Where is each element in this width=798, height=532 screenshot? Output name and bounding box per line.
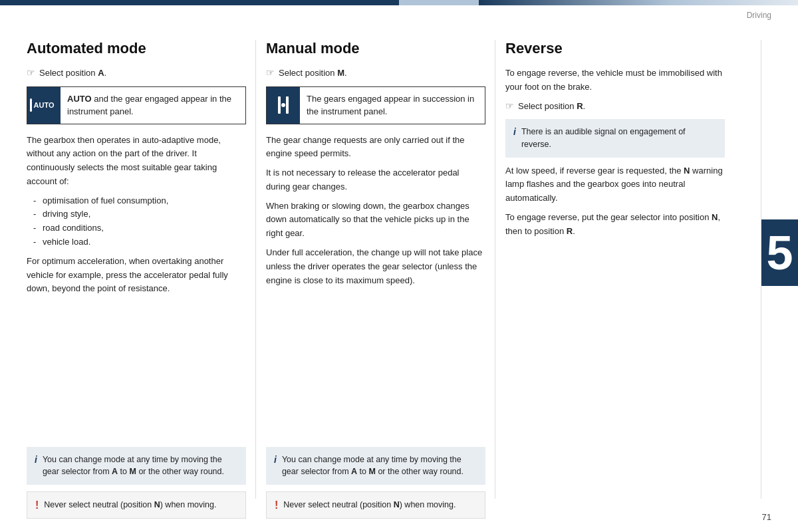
info-icon-auto: i xyxy=(35,454,37,465)
manual-warning-text: Never select neutral (position N) when m… xyxy=(283,499,456,511)
section-label: Driving xyxy=(747,11,771,20)
manual-select-text: Select position M. xyxy=(279,66,347,80)
manual-gear-text: The gears engaged appear in succession i… xyxy=(300,87,485,124)
bottom-manual-info-col: i You can change mode at any time by mov… xyxy=(266,440,505,519)
page-header: Driving xyxy=(0,5,798,20)
manual-info-text: You can change mode at any time by movin… xyxy=(282,454,477,479)
auto-list-item: road conditions, xyxy=(33,221,246,235)
warning-icon-auto: ! xyxy=(35,499,39,511)
info-icon-reverse: i xyxy=(513,126,516,137)
manual-body4: Under full acceleration, the change up w… xyxy=(266,246,485,287)
auto-body2: For optimum acceleration, when overtakin… xyxy=(27,255,246,296)
chapter-number: 5 xyxy=(761,219,798,286)
manual-body3: When braking or slowing down, the gearbo… xyxy=(266,200,485,241)
manual-mode-title: Manual mode xyxy=(266,40,485,57)
manual-body1: The gear change requests are only carrie… xyxy=(266,134,485,162)
bottom-boxes: i You can change mode at any time by mov… xyxy=(27,440,771,519)
reverse-body2: At low speed, if reverse gear is request… xyxy=(505,164,725,205)
reverse-select-position: ☞ Select position R. xyxy=(505,100,725,113)
top-bar xyxy=(0,0,798,5)
auto-list-item: vehicle load. xyxy=(33,235,246,249)
auto-list: optimisation of fuel consumption, drivin… xyxy=(27,194,246,249)
auto-info-text: You can change mode at any time by movin… xyxy=(43,454,238,479)
manual-gear-box: The gears engaged appear in succession i… xyxy=(266,86,485,124)
auto-list-item: optimisation of fuel consumption, xyxy=(33,194,246,208)
svg-point-2 xyxy=(281,103,285,107)
svg-rect-0 xyxy=(278,96,281,114)
main-content: Automated mode ☞ Select position A. AUTO… xyxy=(0,20,798,512)
auto-list-item: driving style, xyxy=(33,207,246,221)
automated-select-position: ☞ Select position A. xyxy=(27,66,246,80)
auto-badge-box: AUTO AUTO and the gear engaged appear in… xyxy=(27,86,246,124)
automated-mode-column: Automated mode ☞ Select position A. AUTO… xyxy=(27,40,266,499)
auto-warning-box: ! Never select neutral (position N) when… xyxy=(27,491,246,519)
reverse-info-box: i There is an audible signal on engageme… xyxy=(505,119,725,158)
bottom-reverse-col xyxy=(505,440,771,519)
pointer-icon-reverse: ☞ xyxy=(505,100,514,111)
info-icon-manual: i xyxy=(274,454,277,465)
automated-select-text: Select position A. xyxy=(39,66,106,80)
manual-body2: It is not necessary to release the accel… xyxy=(266,166,485,194)
manual-gear-icon xyxy=(267,87,300,124)
gear-indicator xyxy=(30,98,32,112)
auto-body1: The gearbox then operates in auto-adapti… xyxy=(27,134,246,189)
manual-info-box: i You can change mode at any time by mov… xyxy=(266,447,485,485)
manual-mode-column: Manual mode ☞ Select position M. The gea… xyxy=(266,40,505,499)
reverse-body1: To engage reverse, the vehicle must be i… xyxy=(505,66,725,94)
reverse-column: Reverse To engage reverse, the vehicle m… xyxy=(505,40,771,499)
auto-box-text: AUTO and the gear engaged appear in the … xyxy=(61,87,245,124)
svg-rect-1 xyxy=(286,96,289,114)
manual-select-position: ☞ Select position M. xyxy=(266,66,485,80)
auto-warning-text: Never select neutral (position N) when m… xyxy=(44,499,216,511)
manual-gear-svg xyxy=(277,95,290,115)
pointer-icon-manual: ☞ xyxy=(266,67,275,78)
manual-warning-box: ! Never select neutral (position N) when… xyxy=(266,491,485,519)
reverse-info-text: There is an audible signal on engagement… xyxy=(521,126,717,151)
page-number: 71 xyxy=(762,512,771,522)
reverse-select-text: Select position R. xyxy=(518,100,585,113)
pointer-icon-auto: ☞ xyxy=(27,67,35,78)
bottom-auto-info-col: i You can change mode at any time by mov… xyxy=(27,440,266,519)
auto-info-box: i You can change mode at any time by mov… xyxy=(27,447,246,485)
auto-badge: AUTO xyxy=(27,87,61,124)
automated-mode-title: Automated mode xyxy=(27,40,246,57)
auto-badge-text: AUTO xyxy=(34,101,55,109)
reverse-title: Reverse xyxy=(505,40,725,57)
reverse-body3: To engage reverse, put the gear selector… xyxy=(505,211,725,239)
warning-icon-manual: ! xyxy=(275,499,278,511)
